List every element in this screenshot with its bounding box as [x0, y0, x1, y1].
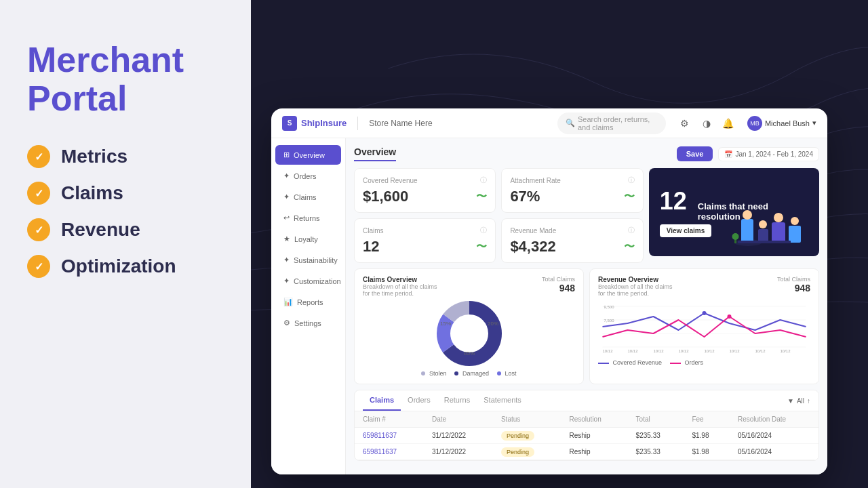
cell-resolution-date: 05/16/2024 — [730, 444, 818, 460]
sidebar-item-overview[interactable]: ⊞ Overview — [275, 145, 341, 165]
avatar: MB — [747, 116, 762, 131]
claims-tab-list: Claims Orders Returns Statements — [363, 390, 528, 411]
trend-icon-attachment: 〜 — [624, 190, 635, 204]
sidebar-item-orders[interactable]: ✦ Orders — [275, 166, 341, 186]
metric-card-claims: Claims ⓘ 12 〜 — [354, 218, 496, 263]
svg-point-13 — [732, 233, 739, 240]
tab-statements[interactable]: Statements — [477, 390, 528, 411]
banner-number: 12 — [660, 187, 687, 216]
revenue-total-label: Total Claims — [777, 276, 810, 283]
metric-value-revenuemade: $4,322 〜 — [510, 238, 634, 256]
metric-value-revenue: $1,600 〜 — [363, 188, 487, 205]
feature-label-revenue: Revenue — [61, 219, 140, 241]
tab-claims[interactable]: Claims — [363, 390, 401, 411]
svg-text:7,500: 7,500 — [604, 319, 615, 323]
svg-text:10/12: 10/12 — [679, 349, 690, 353]
svg-rect-5 — [772, 222, 785, 243]
svg-text:10/12: 10/12 — [654, 349, 665, 353]
feature-item-optimization: ✓ Optimization — [27, 255, 224, 278]
sidebar-label-orders: Orders — [294, 172, 317, 180]
legend-line-covered — [598, 363, 609, 364]
metric-card-revenuemade: Revenue Made ⓘ $4,322 〜 — [501, 218, 643, 263]
metric-label-claims: Claims ⓘ — [363, 226, 487, 235]
orders-icon: ✦ — [283, 171, 290, 180]
sidebar-item-reports[interactable]: 📊 Reports — [275, 292, 341, 312]
sidebar-item-customization[interactable]: ✦ Customization — [275, 271, 341, 291]
left-panel: Merchant Portal ✓ Metrics ✓ Claims ✓ Rev… — [0, 0, 251, 488]
theme-icon[interactable]: ◑ — [698, 115, 715, 131]
sidebar-item-loyalty[interactable]: ★ Loyalty — [275, 229, 341, 249]
svg-point-6 — [774, 213, 783, 222]
col-status: Status — [493, 411, 561, 428]
settings-icon[interactable]: ⚙ — [677, 115, 693, 131]
claims-table-body: 659811637 31/12/2022 Pending Reship $235… — [355, 428, 818, 460]
content-header: Overview Save 📅 Jan 1, 2024 - Feb 1, 202… — [354, 146, 819, 161]
info-icon-attachment: ⓘ — [628, 176, 635, 185]
view-claims-button[interactable]: View claims — [660, 224, 712, 237]
claims-section: Claims Orders Returns Statements ▼ All ↑ — [354, 390, 819, 461]
feature-item-revenue: ✓ Revenue — [27, 218, 224, 241]
export-icon[interactable]: ↑ — [807, 397, 810, 405]
legend-covered-revenue: Covered Revenue — [598, 359, 662, 366]
legend-orders: Orders — [670, 359, 703, 366]
page-title: Merchant Portal — [27, 41, 224, 118]
tab-returns[interactable]: Returns — [437, 390, 477, 411]
svg-text:10/12: 10/12 — [755, 349, 766, 353]
chevron-down-icon: ▾ — [812, 119, 816, 127]
search-bar[interactable]: 🔍 Search order, returns, and claims — [557, 113, 666, 134]
revenue-total-value: 948 — [777, 283, 810, 293]
metric-label-revenue: Covered Revenue ⓘ — [363, 176, 487, 185]
donut-chart-container: 15% 20% 65% Stolen — [363, 300, 575, 377]
date-range-text: Jan 1, 2024 - Feb 1, 2024 — [735, 150, 813, 158]
revenue-overview-card: Revenue Overview Breakdown of all the cl… — [589, 268, 819, 384]
overview-tab-label[interactable]: Overview — [354, 146, 396, 161]
sidebar-item-sustainability[interactable]: ✦ Sustainability — [275, 250, 341, 270]
user-info[interactable]: MB Michael Bush ▾ — [747, 116, 816, 131]
banner-illustration — [731, 205, 812, 253]
info-icon-revenuemade: ⓘ — [628, 226, 635, 235]
dashboard-card: S ShipInsure Store Name Here 🔍 Search or… — [271, 108, 827, 474]
cell-fee: $1.98 — [684, 444, 730, 460]
trend-icon-claims: 〜 — [476, 240, 487, 254]
notification-icon[interactable]: 🔔 — [720, 115, 736, 131]
svg-point-2 — [743, 210, 752, 220]
cell-date: 31/12/2022 — [424, 428, 493, 444]
claims-overview-card: Claims Overview Breakdown of all the cla… — [354, 268, 584, 384]
loyalty-icon: ★ — [283, 235, 290, 243]
filter-icon: ▼ — [787, 397, 794, 405]
tab-orders[interactable]: Orders — [401, 390, 437, 411]
cell-fee: $1.98 — [684, 428, 730, 444]
legend-line-orders — [670, 363, 681, 364]
trend-icon-revenue: 〜 — [476, 190, 487, 204]
feature-label-claims: Claims — [61, 182, 123, 204]
claims-filter[interactable]: ▼ All ↑ — [787, 397, 810, 405]
claims-total-value: 948 — [542, 283, 575, 293]
cell-resolution: Reship — [561, 444, 627, 460]
revenue-chart-title: Revenue Overview — [598, 276, 679, 283]
cell-date: 31/12/2022 — [424, 444, 493, 460]
search-icon: 🔍 — [566, 119, 575, 127]
cell-status: Pending — [493, 444, 561, 460]
store-name: Store Name Here — [369, 119, 432, 128]
sidebar-item-claims[interactable]: ✦ Claims — [275, 187, 341, 207]
cell-claim-num[interactable]: 659811637 — [355, 444, 424, 460]
search-placeholder: Search order, returns, and claims — [578, 115, 658, 131]
svg-point-8 — [791, 217, 799, 225]
col-total: Total — [628, 411, 684, 428]
date-range[interactable]: 📅 Jan 1, 2024 - Feb 1, 2024 — [718, 147, 819, 161]
sidebar-item-returns[interactable]: ↩ Returns — [275, 208, 341, 228]
save-button[interactable]: Save — [677, 146, 713, 161]
svg-rect-11 — [770, 241, 791, 243]
svg-text:10/12: 10/12 — [781, 349, 791, 353]
main-content: Overview Save 📅 Jan 1, 2024 - Feb 1, 202… — [346, 138, 827, 474]
col-fee: Fee — [684, 411, 730, 428]
feature-item-claims: ✓ Claims — [27, 182, 224, 205]
banner-card: 12 Claims that need resolution View clai… — [649, 168, 819, 256]
returns-icon: ↩ — [283, 214, 290, 222]
revenue-chart-subtitle: Breakdown of all the claims for the time… — [598, 283, 679, 297]
overview-icon: ⊞ — [283, 150, 290, 159]
reports-icon: 📊 — [283, 298, 293, 306]
cell-claim-num[interactable]: 659811637 — [355, 428, 424, 444]
calendar-icon: 📅 — [724, 150, 732, 158]
sidebar-item-settings[interactable]: ⚙ Settings — [275, 313, 341, 333]
